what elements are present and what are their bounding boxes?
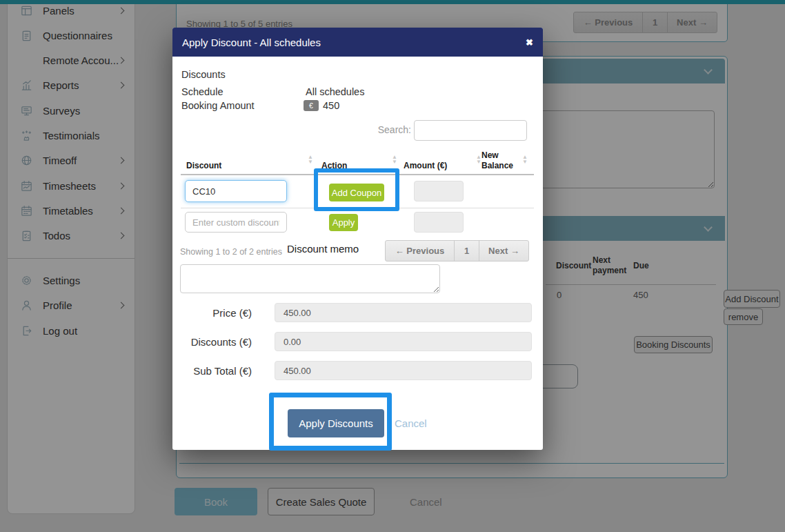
column-header-new-balance[interactable]: New Balance xyxy=(481,150,517,171)
modal-title: Apply Discount - All schedules xyxy=(182,37,321,48)
discounts-section-label: Discounts xyxy=(181,69,226,80)
modal-pagination: ← Previous 1 Next → xyxy=(385,240,529,262)
booking-amount-label: Booking Amount xyxy=(181,100,255,111)
modal-header: Apply Discount - All schedules ✖ xyxy=(172,28,543,57)
subtotal-value-field: 450.00 xyxy=(275,361,532,380)
schedule-label: Schedule xyxy=(181,86,223,97)
search-label: Search: xyxy=(374,124,411,135)
discount-memo-label: Discount memo xyxy=(287,243,359,255)
modal-cancel-link[interactable]: Cancel xyxy=(395,417,427,429)
close-icon[interactable]: ✖ xyxy=(526,37,533,48)
add-coupon-button[interactable]: Add Coupon xyxy=(329,184,384,201)
next-page-button[interactable]: Next → xyxy=(479,240,529,262)
price-label: Price (€) xyxy=(172,307,252,319)
schedule-value: All schedules xyxy=(306,86,364,97)
apply-custom-discount-button[interactable]: Apply xyxy=(329,214,358,231)
price-value-field: 450.00 xyxy=(275,303,532,322)
sort-icon[interactable] xyxy=(392,155,397,164)
page: PanelsQuestionnairesRemote Accou...Repor… xyxy=(0,0,785,532)
discount-memo-textarea[interactable] xyxy=(180,264,440,293)
amount-input-disabled xyxy=(414,212,464,233)
discounts-label: Discounts (€) xyxy=(172,336,252,348)
showing-entries-text: Showing 1 to 2 of 2 entries xyxy=(180,247,282,257)
subtotal-label: Sub Total (€) xyxy=(172,365,252,377)
currency-euro-badge: € xyxy=(304,100,319,111)
column-header-discount[interactable]: Discount xyxy=(186,161,221,171)
booking-amount-value: 450 xyxy=(323,100,339,111)
sort-icon[interactable] xyxy=(476,155,481,164)
sort-icon[interactable] xyxy=(308,155,313,164)
custom-discount-input[interactable] xyxy=(185,212,287,233)
page-number-button[interactable]: 1 xyxy=(454,240,479,262)
coupon-code-input[interactable] xyxy=(185,180,287,202)
column-header-amount[interactable]: Amount (€) xyxy=(404,161,447,171)
apply-discounts-button[interactable]: Apply Discounts xyxy=(288,409,384,437)
sort-icon[interactable] xyxy=(522,155,528,164)
discounts-value-field: 0.00 xyxy=(275,332,532,351)
amount-input-disabled xyxy=(414,181,464,201)
search-input[interactable] xyxy=(414,120,527,141)
row-divider xyxy=(181,208,534,208)
apply-discount-modal: Apply Discount - All schedules ✖ Discoun… xyxy=(172,28,543,450)
column-header-action[interactable]: Action xyxy=(321,161,347,171)
table-header-divider xyxy=(181,174,534,175)
previous-page-button[interactable]: ← Previous xyxy=(385,240,455,262)
